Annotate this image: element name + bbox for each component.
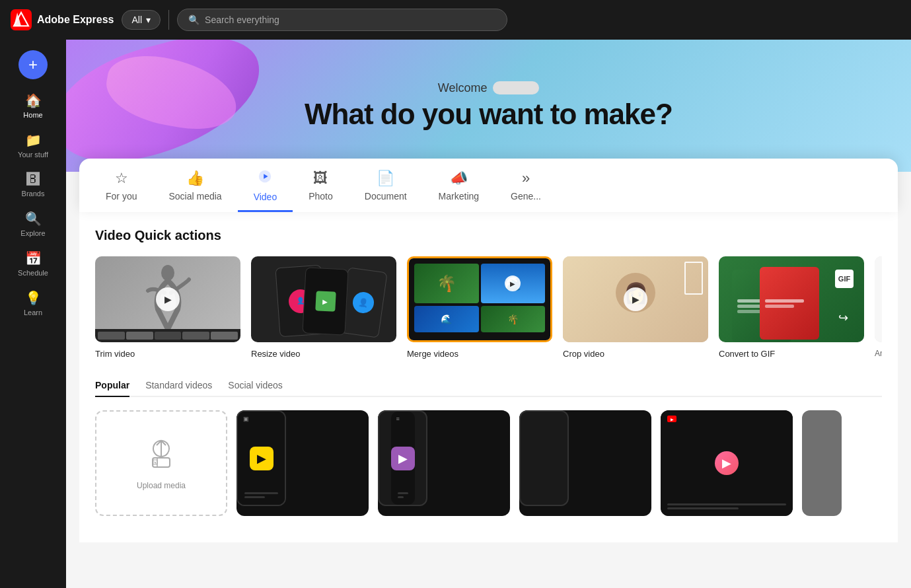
reels-phone: ▣ [519,410,569,506]
crop-video-thumbnail: 👩 ▶ [563,256,708,342]
resize-video-label: Resize video [251,349,300,359]
sidebar-item-home[interactable]: 🏠 Home [5,87,61,124]
dropdown-label: All [131,15,142,25]
explore-icon: 🔍 [25,211,42,227]
document-icon: 📄 [377,170,394,187]
template-youtube[interactable]: ▶ ▶ [661,410,793,516]
quick-action-trim-video[interactable]: ▶ Trim video [95,256,240,359]
tab-for-you-label: For you [106,191,137,202]
sidebar-item-learn[interactable]: 💡 Learn [5,285,61,322]
merge-thumb-bg: 🌴 🌊 ▶ 🌊 🌴 [409,258,550,340]
content-area: Video Quick actions [79,212,898,542]
main-content: Welcome What do you want to make? ☆ For … [66,40,911,588]
star-icon: ☆ [115,170,128,187]
sidebar-label-explore: Explore [20,229,45,237]
template-instagram[interactable]: ▣ ▶ [237,410,369,516]
merge-img1: 🌴 [414,264,479,303]
instagram-play-icon: ▶ [250,447,273,470]
tab-video-label: Video [254,192,277,202]
popular-tabs: Popular Standard videos Social videos [95,380,882,397]
sidebar-label-schedule: Schedule [18,269,48,277]
quick-action-merge-videos[interactable]: 🌴 🌊 ▶ 🌊 🌴 [407,256,552,359]
resize-thumb-bg: 👤 👤 ▶ [251,256,396,342]
crop-thumb-bg: 👩 ▶ [563,256,708,342]
template-reels[interactable]: ▣ [519,410,651,516]
youtube-screen: ▶ ▶ [661,410,793,516]
crop-play-btn: ▶ [624,287,647,311]
divider [168,10,169,30]
quick-action-animate-from[interactable]: 👤 Animate fro... [875,256,882,359]
quick-action-crop-video[interactable]: 👩 ▶ Crop video [563,256,708,359]
tab-social-media[interactable]: 👍 Social media [153,159,237,211]
quick-action-convert-gif[interactable]: GIF ↪ Convert to GIF [719,256,864,359]
welcome-text: Welcome [438,81,488,95]
more-icon: » [522,170,530,187]
youtube-header: ▶ [667,416,676,422]
home-icon: 🏠 [25,92,42,108]
create-button[interactable]: + [18,50,48,79]
tiktok-phone: ≡ ▶ [378,410,427,506]
tiktok-play-icon: ▶ [391,447,415,470]
trim-video-label: Trim video [95,349,135,359]
gif-thumb-bg: GIF ↪ [719,256,864,342]
photo-icon: 🖼 [313,170,328,187]
template-upload[interactable]: Upload media [95,410,227,516]
hero-banner: Welcome What do you want to make? [66,40,911,172]
quick-action-resize-video[interactable]: 👤 👤 ▶ [251,256,396,359]
template-extra[interactable] [802,410,842,516]
tab-photo[interactable]: 🖼 Photo [293,159,349,211]
tiktok-screen: ≡ ▶ [391,412,415,505]
trim-play-btn: ▶ [156,287,180,311]
category-tabs-container: ☆ For you 👍 Social media Video 🖼 Photo 📄… [79,159,898,212]
merge-img2: 🌊 ▶ [481,264,546,303]
tab-marketing-label: Marketing [439,191,479,202]
template-tiktok[interactable]: ≡ ▶ [378,410,510,516]
tiktok-bottom [398,492,408,498]
merge-videos-thumbnail: 🌴 🌊 ▶ 🌊 🌴 [407,256,552,342]
animate-from-thumbnail: 👤 [875,256,882,342]
chevron-down-icon: ▾ [146,15,151,25]
filter-dropdown[interactable]: All ▾ [122,10,161,30]
plus-icon: + [28,55,38,74]
megaphone-icon: 📣 [450,170,468,187]
filmstrip [95,329,240,342]
merge-imgB: 🌴 [481,306,546,332]
pop-tab-social[interactable]: Social videos [228,380,283,397]
brand-name: Adobe Express [37,14,114,26]
brand-logo[interactable]: Adobe Express [11,9,114,30]
sidebar-item-schedule[interactable]: 📅 Schedule [5,245,61,282]
user-name-pill [493,81,540,94]
tiktok-header: ≡ [396,416,400,422]
sidebar-item-explore[interactable]: 🔍 Explore [5,205,61,242]
sidebar-label-learn: Learn [24,309,42,316]
tab-more-label: Gene... [511,191,541,202]
brands-icon: 🅱 [26,172,40,187]
pop-tab-standard[interactable]: Standard videos [145,380,212,397]
animate-from-label: Animate fro... [875,349,882,358]
hero-welcome: Welcome [305,81,673,95]
folder-icon: 📁 [25,132,42,148]
tab-document[interactable]: 📄 Document [349,159,423,211]
hero-content: Welcome What do you want to make? [305,81,673,131]
sidebar-item-your-stuff[interactable]: 📁 Your stuff [5,127,61,164]
adobe-icon [11,9,32,30]
upload-icon [145,437,178,476]
sidebar-item-brands[interactable]: 🅱 Brands [5,166,61,203]
tab-for-you[interactable]: ☆ For you [90,159,153,211]
search-icon: 🔍 [188,15,200,25]
tab-video[interactable]: Video [238,159,293,212]
youtube-play-icon: ▶ [715,451,739,475]
tab-social-media-label: Social media [168,191,221,202]
sidebar-label-home: Home [23,111,42,119]
tab-marketing[interactable]: 📣 Marketing [423,159,495,211]
search-bar[interactable]: 🔍 Search everything [177,9,507,31]
tab-document-label: Document [365,191,407,202]
pop-tab-popular[interactable]: Popular [95,380,129,397]
frame-front: ▶ [302,267,348,335]
sidebar-label-brands: Brands [22,190,45,198]
merge-bottom-row: 🌊 🌴 [414,306,545,332]
category-tabs: ☆ For you 👍 Social media Video 🖼 Photo 📄… [79,159,898,212]
tab-more[interactable]: » Gene... [495,159,557,211]
youtube-bottom [667,503,786,509]
merge-videos-label: Merge videos [407,349,458,359]
